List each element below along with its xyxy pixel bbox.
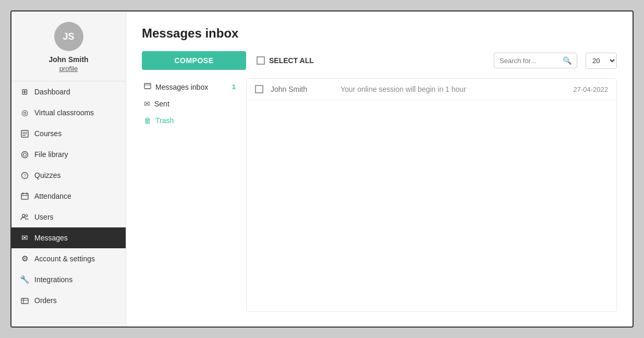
courses-icon <box>20 129 29 138</box>
inbox-badge: 1 <box>232 83 236 91</box>
app-window: JS John Smith profile ⊞ Dashboard ◎ Virt… <box>10 10 634 328</box>
page-title: Messages inbox <box>142 26 617 41</box>
sidebar-item-attendance[interactable]: Attendance <box>11 186 126 207</box>
orders-icon <box>20 296 29 305</box>
sidebar-item-courses[interactable]: Courses <box>11 123 126 144</box>
users-icon <box>20 212 29 222</box>
sidebar-item-orders[interactable]: Orders <box>11 290 126 311</box>
sidebar-item-virtual-classrooms[interactable]: ◎ Virtual classrooms <box>11 102 126 123</box>
dashboard-icon: ⊞ <box>20 87 29 96</box>
sent-icon: ✉ <box>144 100 150 108</box>
sidebar-nav: ⊞ Dashboard ◎ Virtual classrooms Courses <box>11 81 126 311</box>
sidebar-item-quizzes[interactable]: ? Quizzes <box>11 165 126 186</box>
avatar: JS <box>54 22 83 51</box>
profile-section: JS John Smith profile <box>11 11 126 81</box>
integrations-icon: 🔧 <box>20 275 29 284</box>
folder-trash[interactable]: 🗑 Trash <box>142 112 238 129</box>
message-checkbox[interactable] <box>255 85 263 93</box>
svg-point-5 <box>23 153 26 156</box>
svg-rect-8 <box>21 194 28 199</box>
sidebar-item-label: Dashboard <box>34 88 70 96</box>
message-date: 27-04-2022 <box>574 86 609 93</box>
folder-inbox-label: Messages inbox <box>155 83 208 91</box>
message-sender: John Smith <box>271 85 333 93</box>
trash-icon: 🗑 <box>144 116 151 125</box>
messages-icon: ✉ <box>20 233 29 243</box>
search-input[interactable] <box>500 57 560 65</box>
sidebar-item-integrations[interactable]: 🔧 Integrations <box>11 269 126 290</box>
file-library-icon <box>20 150 29 159</box>
select-all-checkbox[interactable] <box>257 56 265 65</box>
select-all-label: SELECT ALL <box>269 56 314 65</box>
sidebar-item-dashboard[interactable]: ⊞ Dashboard <box>11 81 126 102</box>
folder-inbox[interactable]: Messages inbox 1 <box>142 78 238 95</box>
svg-point-13 <box>26 214 28 216</box>
sidebar-item-label: File library <box>34 150 68 159</box>
sidebar-item-label: Orders <box>34 296 57 305</box>
search-icon: 🔍 <box>563 56 572 65</box>
profile-name: John Smith <box>48 55 88 64</box>
sidebar-item-messages[interactable]: ✉ Messages <box>11 227 126 248</box>
sidebar-item-file-library[interactable]: File library <box>11 144 126 165</box>
messages-list: John Smith Your online session will begi… <box>246 78 617 312</box>
folder-trash-label: Trash <box>155 116 174 125</box>
sidebar-item-label: Account & settings <box>34 255 95 263</box>
quizzes-icon: ? <box>20 171 29 180</box>
svg-point-12 <box>22 214 25 217</box>
sidebar-item-label: Integrations <box>34 275 72 284</box>
folder-sent-label: Sent <box>154 100 169 108</box>
sidebar-item-account-settings[interactable]: ⚙ Account & settings <box>11 248 126 269</box>
table-row[interactable]: John Smith Your online session will begi… <box>247 79 616 100</box>
toolbar: COMPOSE SELECT ALL 🔍 20 50 100 <box>142 51 617 70</box>
profile-link[interactable]: profile <box>59 65 78 73</box>
select-all-button[interactable]: SELECT ALL <box>254 52 316 69</box>
svg-text:?: ? <box>23 173 26 178</box>
sidebar-item-label: Quizzes <box>34 171 61 179</box>
svg-rect-14 <box>21 298 28 304</box>
account-settings-icon: ⚙ <box>20 254 29 263</box>
sidebar-item-label: Messages <box>34 234 68 242</box>
sidebar-item-users[interactable]: Users <box>11 207 126 227</box>
search-box: 🔍 <box>494 53 577 68</box>
messages-sidebar: Messages inbox 1 ✉ Sent 🗑 Trash <box>142 78 246 312</box>
folder-sent[interactable]: ✉ Sent <box>142 95 238 112</box>
attendance-icon <box>20 191 29 201</box>
virtual-classrooms-icon: ◎ <box>20 108 29 117</box>
per-page-select[interactable]: 20 50 100 <box>586 53 617 69</box>
content-area: Messages inbox 1 ✉ Sent 🗑 Trash John Smi… <box>142 78 617 312</box>
sidebar: JS John Smith profile ⊞ Dashboard ◎ Virt… <box>11 11 126 327</box>
inbox-icon <box>144 82 151 91</box>
svg-rect-17 <box>144 83 151 89</box>
sidebar-item-label: Attendance <box>34 192 71 200</box>
sidebar-item-label: Users <box>34 213 54 221</box>
message-preview: Your online session will begin in 1 hour <box>341 85 566 93</box>
sidebar-item-label: Courses <box>34 129 62 138</box>
compose-button[interactable]: COMPOSE <box>142 51 246 70</box>
main-content: Messages inbox COMPOSE SELECT ALL 🔍 20 5… <box>126 11 633 327</box>
sidebar-item-label: Virtual classrooms <box>34 108 94 117</box>
svg-point-4 <box>21 151 28 158</box>
